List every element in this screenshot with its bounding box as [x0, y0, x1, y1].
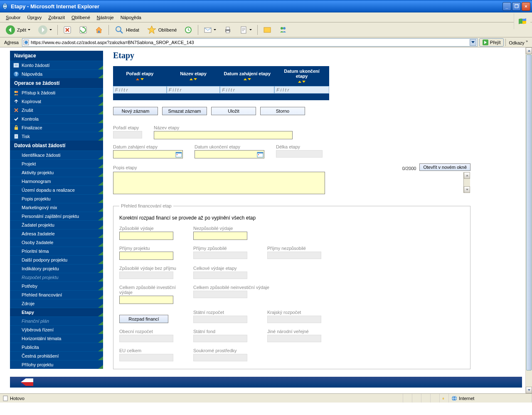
- new-record-button[interactable]: Nový záznam: [113, 107, 158, 115]
- messenger-button[interactable]: [276, 25, 290, 35]
- sidebar-item[interactable]: Identifikace žádosti: [10, 151, 103, 159]
- filter-input[interactable]: [113, 86, 167, 94]
- sidebar-item[interactable]: Výběrová řízení: [10, 325, 103, 334]
- char-count: 0/2000: [402, 166, 416, 171]
- home-button[interactable]: [92, 25, 106, 35]
- sidebar-item[interactable]: Zdroje: [10, 299, 103, 308]
- menu-oblibene[interactable]: Oblíbené: [68, 14, 94, 21]
- label-eu: EU celkem: [119, 348, 190, 353]
- sidebar-item[interactable]: Adresa žadatele: [10, 229, 103, 238]
- stop-button[interactable]: [60, 25, 74, 35]
- filter-input[interactable]: [220, 86, 274, 94]
- sidebar-item[interactable]: Finanční plán: [10, 316, 103, 325]
- page-scrollbar[interactable]: [525, 47, 532, 393]
- sidebar-item[interactable]: Kopírovat: [10, 97, 103, 106]
- menu-upravy[interactable]: Úpravy: [24, 14, 45, 21]
- history-button[interactable]: [181, 25, 195, 35]
- sidebar-item[interactable]: Etapy: [10, 308, 103, 316]
- sidebar-item[interactable]: Osoby žadatele: [10, 238, 103, 247]
- sidebar-item-label: Konto žádostí: [22, 63, 49, 68]
- restore-button[interactable]: ❐: [512, 2, 521, 11]
- menu-napoveda[interactable]: Nápověda: [117, 14, 145, 21]
- forward-button[interactable]: [35, 24, 55, 36]
- filter-input[interactable]: [274, 86, 329, 94]
- edit-button[interactable]: [236, 25, 255, 35]
- sidebar-item[interactable]: Přístup k žádosti: [10, 88, 103, 97]
- label-prijmy-proj: Příjmy projektu: [119, 246, 190, 251]
- links-label[interactable]: Odkazy »: [507, 39, 530, 45]
- input-prijmy-nezpus: [267, 252, 321, 259]
- discuss-button[interactable]: [260, 25, 274, 35]
- sidebar-item[interactable]: Publicita: [10, 343, 103, 351]
- input-zpusobile[interactable]: [119, 232, 173, 240]
- sidebar-item[interactable]: Zrušit: [10, 106, 103, 114]
- sidebar-item[interactable]: Horizontální témata: [10, 334, 103, 343]
- url-input[interactable]: [31, 40, 468, 45]
- input-krajsky: [267, 316, 321, 323]
- input-datum-zahajeni[interactable]: [113, 150, 183, 158]
- input-celk-inv[interactable]: [119, 296, 173, 304]
- sidebar-item[interactable]: Žadatel projektu: [10, 220, 103, 229]
- open-new-window-button[interactable]: Otevřít v novém okně: [419, 163, 470, 171]
- minimize-button[interactable]: _: [502, 2, 511, 11]
- url-box[interactable]: [22, 38, 478, 47]
- sidebar-item[interactable]: Čestná prohlášení: [10, 351, 103, 360]
- favorites-label: Oblíbené: [158, 27, 177, 32]
- lock-icon: [13, 125, 19, 131]
- sidebar-item-label: Zrušit: [22, 108, 33, 113]
- sidebar-item[interactable]: Další podpory projektu: [10, 255, 103, 264]
- input-datum-ukonceni[interactable]: [195, 150, 264, 158]
- back-button[interactable]: Zpět: [2, 24, 33, 36]
- calendar-icon[interactable]: [257, 151, 264, 158]
- sidebar-item-label: Popis projektu: [22, 196, 51, 201]
- textarea-popis[interactable]: [113, 172, 325, 194]
- sidebar-item[interactable]: Tisk: [10, 132, 103, 141]
- input-nezpusobile[interactable]: [193, 232, 247, 240]
- sidebar-item[interactable]: Aktivity projektu: [10, 168, 103, 177]
- table-header[interactable]: Datum ukončení etapy: [274, 66, 329, 86]
- menu-zobrazit[interactable]: Zobrazit: [45, 14, 68, 21]
- delete-record-button[interactable]: Smazat záznam: [162, 107, 207, 115]
- go-button[interactable]: Přejít: [479, 38, 504, 47]
- sidebar-item[interactable]: ?Nápověda: [10, 69, 103, 78]
- rozpad-button[interactable]: Rozpad financí: [119, 315, 168, 323]
- sidebar-item[interactable]: Potřeby: [10, 282, 103, 290]
- sidebar-item[interactable]: Přehled financování: [10, 290, 103, 299]
- url-dropdown[interactable]: [470, 39, 476, 46]
- sidebar-item[interactable]: Personální zajištění projektu: [10, 212, 103, 220]
- cancel-button[interactable]: Storno: [260, 107, 305, 115]
- input-nazev[interactable]: [154, 131, 293, 139]
- sidebar-item[interactable]: Indikátory projektu: [10, 264, 103, 273]
- filter-input[interactable]: [167, 86, 220, 94]
- table-header[interactable]: Datum zahájení etapy: [220, 66, 274, 86]
- save-button[interactable]: Uložit: [211, 107, 256, 115]
- address-label: Adresa: [2, 40, 20, 45]
- refresh-button[interactable]: [76, 25, 90, 35]
- menu-soubor[interactable]: Soubor: [2, 14, 24, 21]
- textarea-scrollbar[interactable]: [463, 172, 470, 193]
- sidebar-item[interactable]: Harmonogram: [10, 177, 103, 185]
- table-header[interactable]: Pořadí etapy: [113, 66, 167, 86]
- table-header[interactable]: Název etapy: [167, 66, 220, 86]
- sidebar-item[interactable]: Kontrola: [10, 114, 103, 123]
- sidebar-item[interactable]: Marketingový mix: [10, 203, 103, 212]
- sidebar-item[interactable]: Přílohy projektu: [10, 360, 103, 369]
- print-button[interactable]: [221, 25, 235, 35]
- sidebar-item[interactable]: Území dopadu a realizace: [10, 185, 103, 194]
- sidebar-item[interactable]: Konto žádostí: [10, 61, 103, 69]
- sidebar-item[interactable]: Prioritní téma: [10, 247, 103, 255]
- input-prijmy-proj[interactable]: [119, 252, 173, 260]
- close-button[interactable]: ×: [522, 2, 530, 11]
- search-button[interactable]: Hledat: [111, 24, 142, 36]
- mail-button[interactable]: [201, 25, 219, 35]
- label-celk-inv: Celkem způsobilé investiční výdaje: [119, 285, 190, 295]
- sidebar-item[interactable]: Projekt: [10, 159, 103, 168]
- status-bar: Hotovo Internet: [0, 393, 532, 403]
- sidebar-item[interactable]: Finalizace: [10, 123, 103, 132]
- back-label: Zpět: [17, 27, 26, 32]
- calendar-icon[interactable]: [175, 151, 182, 158]
- menu-nastroje[interactable]: Nástroje: [94, 14, 117, 21]
- sidebar-item[interactable]: Popis projektu: [10, 194, 103, 203]
- sidebar-item[interactable]: Rozpočet projektu: [10, 273, 103, 282]
- favorites-button[interactable]: Oblíbené: [144, 24, 180, 36]
